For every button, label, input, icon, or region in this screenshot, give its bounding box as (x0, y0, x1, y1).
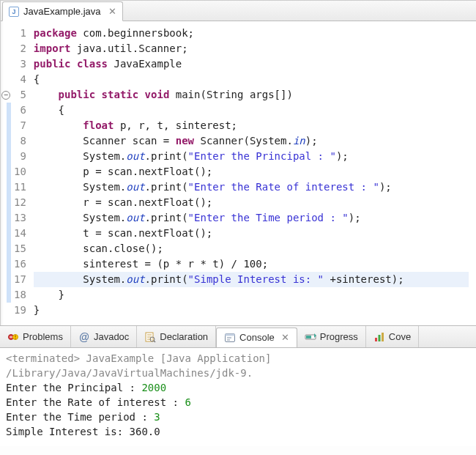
line-number: 13 (14, 210, 26, 226)
tab-progress[interactable]: Progress (297, 326, 366, 347)
tab-label: Problems (23, 331, 63, 342)
line-number: 4 (14, 72, 26, 87)
editor-tab-filename: JavaExample.java (23, 6, 101, 17)
code-line[interactable]: { (34, 103, 469, 118)
view-tab-bar: Problems@JavadocDeclarationConsole✕Progr… (0, 326, 476, 348)
code-line[interactable]: t = scan.nextFloat(); (34, 226, 469, 241)
line-number: 17 (14, 272, 26, 287)
line-number: 3 (14, 56, 26, 72)
code-line[interactable]: Scanner scan = new Scanner(System.in); (34, 133, 469, 149)
console-line: Enter the Time period : 3 (6, 410, 470, 424)
code-line[interactable]: r = scan.nextFloat(); (34, 195, 469, 210)
fold-toggle-icon[interactable]: − (1, 91, 10, 100)
console-line: Enter the Principal : 2000 (6, 380, 470, 395)
svg-rect-18 (378, 335, 380, 341)
code-line[interactable]: } (34, 287, 469, 303)
java-file-icon: J (9, 7, 19, 17)
code-line[interactable]: scan.close(); (34, 241, 469, 256)
coverage-icon (373, 331, 385, 343)
tab-label: Progress (320, 331, 358, 342)
svg-rect-16 (306, 336, 311, 339)
code-line[interactable]: package com.beginnersbook; (34, 26, 469, 41)
editor-tab-bar: J JavaExample.java ✕ (1, 1, 476, 21)
svg-rect-1 (10, 336, 12, 337)
console-line: Simple Interest is: 360.0 (6, 424, 470, 439)
line-number: 9 (14, 149, 26, 164)
line-number: 16 (14, 256, 26, 272)
code-line[interactable]: System.out.print("Enter the Rate of inte… (34, 180, 469, 195)
code-line[interactable]: } (34, 303, 469, 318)
line-number: 6 (14, 103, 26, 118)
code-line[interactable]: p = scan.nextFloat(); (34, 164, 469, 180)
code-line[interactable]: float p, r, t, sinterest; (34, 118, 469, 133)
svg-rect-17 (375, 338, 377, 341)
line-number: 1 (14, 26, 26, 41)
tab-label: Declaration (160, 331, 208, 342)
svg-rect-19 (382, 333, 384, 341)
close-icon[interactable]: ✕ (281, 332, 289, 343)
line-number: 15 (14, 241, 26, 256)
console-line: Enter the Rate of interest : 6 (6, 395, 470, 410)
line-number: 18 (14, 287, 26, 303)
tab-coverage[interactable]: Cove (366, 326, 419, 347)
tab-declaration[interactable]: Declaration (137, 326, 216, 347)
code-line[interactable]: { (34, 72, 469, 87)
code-editor[interactable]: − 12345678910111213141516171819 package … (1, 21, 476, 325)
progress-icon (305, 331, 316, 343)
code-line[interactable]: System.out.print("Simple Interest is: " … (34, 272, 469, 287)
editor-pane: J JavaExample.java ✕ − 12345678910111213… (0, 0, 476, 325)
tab-console[interactable]: Console✕ (216, 328, 297, 348)
code-line[interactable]: public class JavaExample (34, 56, 469, 72)
svg-rect-12 (226, 333, 235, 336)
tab-label: Console (239, 332, 275, 343)
line-number: 7 (14, 118, 26, 133)
tab-problems[interactable]: Problems (0, 326, 71, 347)
line-number: 5 (14, 87, 26, 103)
bottom-panel: Problems@JavadocDeclarationConsole✕Progr… (0, 325, 476, 446)
console-icon (224, 332, 236, 344)
console-status: <terminated> JavaExample [Java Applicati… (6, 351, 470, 380)
line-number: 19 (14, 303, 26, 318)
javadoc-icon: @ (78, 331, 90, 343)
line-number-gutter: 12345678910111213141516171819 (11, 26, 34, 318)
problems-icon (7, 331, 19, 343)
editor-tab[interactable]: J JavaExample.java ✕ (2, 1, 123, 21)
close-icon[interactable]: ✕ (108, 6, 116, 17)
console-output[interactable]: <terminated> JavaExample [Java Applicati… (0, 348, 476, 446)
tab-label: Javadoc (94, 331, 129, 342)
code-line[interactable]: System.out.print("Enter the Time period … (34, 210, 469, 226)
code-line[interactable]: sinterest = (p * r * t) / 100; (34, 256, 469, 272)
line-number: 10 (14, 164, 26, 180)
svg-line-10 (154, 341, 155, 342)
line-number: 8 (14, 133, 26, 149)
code-line[interactable]: System.out.print("Enter the Principal : … (34, 149, 469, 164)
tab-javadoc[interactable]: @Javadoc (71, 326, 137, 347)
svg-rect-4 (15, 338, 15, 339)
line-number: 12 (14, 195, 26, 210)
tab-label: Cove (389, 331, 411, 342)
code-line[interactable]: public static void main(String args[]) (34, 87, 469, 103)
line-number: 14 (14, 226, 26, 241)
declaration-icon (144, 331, 156, 343)
code-line[interactable]: import java.util.Scanner; (34, 41, 469, 56)
line-number: 2 (14, 41, 26, 56)
svg-rect-3 (15, 335, 15, 337)
line-number: 11 (14, 180, 26, 195)
